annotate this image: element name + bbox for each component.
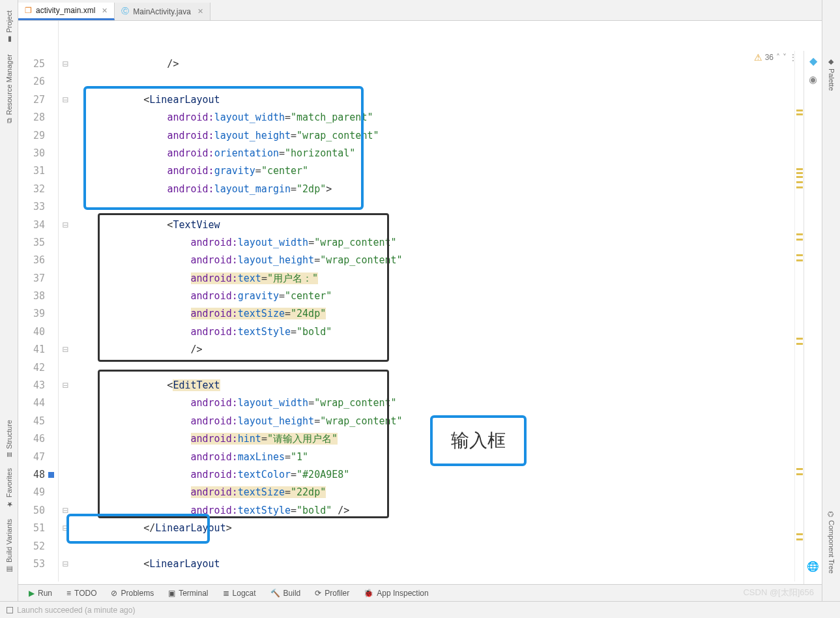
logcat-icon: ≣	[223, 589, 229, 598]
tab-label: MainActivity.java	[133, 7, 190, 16]
close-icon[interactable]: ✕	[197, 7, 203, 16]
tool-window-run[interactable]: ▶Run	[22, 587, 59, 600]
folder-icon: ▮	[5, 35, 13, 44]
code-line	[96, 198, 804, 216]
star-icon: ★	[5, 500, 13, 508]
terminal-icon: ▣	[168, 589, 175, 598]
tool-window-component-tree[interactable]: ⌬Component Tree	[827, 511, 835, 574]
code-line: <LinearLayout	[96, 91, 804, 109]
problems-icon: ⊘	[111, 589, 117, 598]
code-line: android:textSize="22dp"	[96, 484, 804, 501]
status-message: Launch succeeded (a minute ago)	[17, 606, 135, 615]
warning-count: 36	[765, 53, 774, 62]
profiler-icon: ⟳	[315, 589, 321, 598]
watermark: CSDN @[太阳]656	[743, 587, 814, 598]
tool-window-app-inspection[interactable]: 🐞App Inspection	[357, 587, 435, 600]
tool-window-logcat[interactable]: ≣Logcat	[216, 587, 263, 600]
tool-window-terminal[interactable]: ▣Terminal	[162, 587, 214, 600]
bottom-tool-window-bar: ▶Run ≡TODO ⊘Problems ▣Terminal ≣Logcat 🔨…	[18, 584, 822, 601]
tool-window-resource-manager[interactable]: ⧉Resource Manager	[5, 54, 13, 123]
layers-icon[interactable]: ◆	[809, 55, 817, 67]
right-tool-window-bar: ◆Palette ⌬Component Tree	[822, 0, 840, 618]
code-line: android:text="用户名："	[96, 270, 804, 287]
annotation-callout: 输入框	[430, 415, 527, 466]
warning-icon: ⚠	[754, 52, 762, 63]
code-line	[96, 73, 804, 91]
todo-icon: ≡	[66, 589, 71, 598]
palette-icon: ◆	[827, 57, 835, 66]
fold-gutter[interactable]: ⊟⊟⊟⊟⊟⊟⊟⊟	[59, 21, 72, 581]
tree-icon: ⌬	[827, 511, 835, 518]
code-line: android:textStyle="bold" />	[96, 502, 804, 520]
prev-highlight-icon[interactable]: ˄	[776, 53, 780, 62]
tab-activity-main[interactable]: ❐ activity_main.xml ✕	[18, 3, 115, 20]
code-line: <TextView	[96, 216, 804, 234]
code-content[interactable]: /> <LinearLayout android:layout_width="m…	[72, 21, 804, 581]
code-line: android:layout_width="match_parent"	[96, 109, 804, 126]
code-line: android:textSize="24dp"	[96, 305, 804, 323]
code-line: <LinearLayout	[96, 555, 804, 573]
tool-window-profiler[interactable]: ⟳Profiler	[308, 587, 356, 600]
xml-file-icon: ❐	[25, 6, 32, 15]
eye-icon[interactable]: ◉	[809, 74, 817, 85]
next-highlight-icon[interactable]: ˅	[783, 53, 787, 62]
tab-label: activity_main.xml	[36, 6, 95, 15]
tool-window-favorites[interactable]: ★Favorites	[5, 468, 13, 508]
resource-icon: ⧉	[5, 118, 13, 123]
code-line: android:layout_height="wrap_content"	[96, 127, 804, 145]
code-line: android:layout_margin="2dp">	[96, 181, 804, 198]
tool-window-todo[interactable]: ≡TODO	[60, 587, 103, 600]
tool-window-build[interactable]: 🔨Build	[264, 587, 308, 600]
code-line	[96, 538, 804, 555]
error-stripe[interactable]	[794, 51, 804, 581]
inspection-summary[interactable]: ⚠ 36 ˄ ˅ ⋮	[754, 52, 797, 63]
code-line: </LinearLayout>	[96, 520, 804, 537]
code-line: <EditText	[96, 377, 804, 394]
code-line: android:gravity="center"	[96, 287, 804, 305]
java-class-icon: Ⓒ	[121, 6, 129, 17]
inspect-icon: 🐞	[364, 589, 373, 598]
code-line: android:layout_width="wrap_content"	[96, 234, 804, 252]
status-bar: Launch succeeded (a minute ago)	[0, 601, 840, 618]
globe-icon[interactable]: 🌐	[807, 561, 819, 572]
code-line: android:gravity="center"	[96, 162, 804, 180]
code-line: />	[96, 341, 804, 359]
code-line: />	[96, 55, 804, 73]
tool-window-structure[interactable]: ≣Structure	[5, 420, 13, 458]
variants-icon: ▤	[5, 565, 13, 574]
tool-window-problems[interactable]: ⊘Problems	[104, 587, 160, 600]
code-line: android:textColor="#20A9E8"	[96, 466, 804, 484]
tool-window-palette[interactable]: ◆Palette	[827, 57, 835, 91]
structure-icon: ≣	[5, 452, 13, 458]
code-line: android:textStyle="bold"	[96, 323, 804, 341]
layout-actions-column: ◆ ◉ 🌐	[804, 51, 822, 618]
tool-window-project[interactable]: ▮Project	[5, 10, 13, 44]
play-icon: ▶	[29, 589, 35, 598]
line-number-gutter: 2526272829303132333435363738394041424344…	[18, 21, 59, 581]
status-indicator-icon[interactable]	[7, 607, 13, 613]
code-line	[96, 359, 804, 377]
editor-tabs: ❐ activity_main.xml ✕ Ⓒ MainActivity.jav…	[18, 3, 822, 21]
left-tool-window-bar: ▮Project ⧉Resource Manager ≣Structure ★F…	[0, 0, 18, 618]
close-icon[interactable]: ✕	[102, 7, 108, 15]
code-line: android:layout_height="wrap_content"	[96, 252, 804, 269]
build-icon: 🔨	[270, 589, 280, 598]
code-editor[interactable]: 2526272829303132333435363738394041424344…	[18, 21, 804, 581]
tab-main-activity[interactable]: Ⓒ MainActivity.java ✕	[115, 3, 210, 20]
code-line: android:layout_width="wrap_content"	[96, 394, 804, 412]
tool-window-build-variants[interactable]: ▤Build Variants	[5, 519, 13, 574]
code-line: android:orientation="horizontal"	[96, 145, 804, 162]
